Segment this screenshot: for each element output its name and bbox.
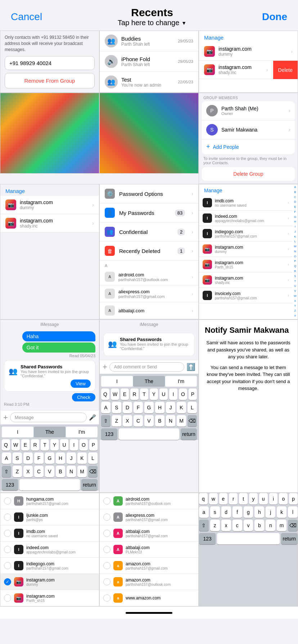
remove-from-group-button[interactable]: Remove From Group — [5, 73, 95, 88]
pw-checkbox[interactable] — [4, 530, 11, 537]
kb-key[interactable]: ⇧ — [101, 415, 110, 427]
credential-item-2[interactable]: 📷 instagram.com shady.inc › — [199, 61, 273, 79]
pw-list-item-mid[interactable]: A altbalaji.com PLMekn1f — [100, 542, 198, 558]
pw-site-item[interactable]: A airdroid.com parthshah157@outlook.com … — [100, 268, 198, 285]
pw-checkbox-mid[interactable] — [103, 578, 110, 585]
kb-key[interactable]: T — [41, 439, 49, 451]
kb-key[interactable]: F — [34, 452, 44, 464]
kb-key[interactable]: a — [199, 506, 209, 518]
alpha-char[interactable]: # — [294, 314, 296, 318]
kb-key[interactable]: o — [279, 493, 288, 505]
alpha-char[interactable]: C — [294, 196, 296, 199]
header-subtitle[interactable]: Tap here to change ▼ — [118, 19, 186, 27]
kb-key[interactable]: c — [232, 520, 242, 531]
alpha-char[interactable]: O — [294, 255, 296, 258]
kb-key[interactable]: b — [254, 520, 264, 531]
alpha-char[interactable]: X — [294, 300, 296, 303]
kb-key[interactable]: return — [181, 428, 197, 440]
kb-key[interactable]: J — [67, 452, 76, 464]
plus-icon-imsg-2[interactable]: + — [103, 362, 107, 372]
kb-key[interactable]: R — [130, 388, 139, 400]
kb-key[interactable]: X — [23, 466, 33, 477]
kb-key[interactable]: p — [289, 493, 298, 505]
kb-key[interactable]: C — [34, 466, 44, 477]
kb-key[interactable]: Q — [2, 439, 10, 451]
pw-checkbox[interactable] — [4, 594, 11, 602]
pw-list-item[interactable]: I indiegogo.com parthshah157@gmail.com — [0, 558, 99, 574]
imsg-send-input[interactable]: Add comment or Send — [109, 362, 184, 372]
kb-key[interactable]: O — [179, 388, 187, 400]
pw-right-site-item[interactable]: 📷 instagram.com dummy › — [199, 242, 293, 257]
kb-key[interactable]: B — [56, 466, 65, 477]
kb-key[interactable]: R — [31, 439, 39, 451]
kb-key[interactable]: S — [13, 452, 22, 464]
kb-key[interactable] — [119, 428, 179, 440]
kb-key[interactable]: E — [21, 439, 30, 451]
kb-key[interactable]: Y — [50, 439, 59, 451]
alpha-char[interactable]: Z — [294, 309, 296, 313]
alpha-char[interactable]: V — [294, 290, 296, 293]
pw-list-item-mid[interactable]: a amazon.com parthshah157@gmail.com — [100, 558, 198, 574]
kb-key[interactable]: d — [221, 506, 231, 518]
kb-key[interactable]: return — [81, 479, 98, 491]
cancel-button[interactable]: Cancel — [11, 11, 42, 23]
kb-key[interactable]: E — [121, 388, 129, 400]
kb-key[interactable]: B — [155, 415, 164, 427]
delete-button[interactable]: Delete — [273, 61, 298, 79]
kb-key[interactable] — [217, 533, 279, 544]
alpha-char[interactable]: K — [294, 235, 296, 239]
alpha-char[interactable]: R — [294, 270, 296, 273]
pw-list-item-mid[interactable]: A altbalaji.com parthshah157@gmail.com — [100, 525, 198, 542]
pw-checkbox[interactable] — [4, 546, 11, 553]
kb-key[interactable]: 123 — [101, 428, 117, 440]
kb-key[interactable]: A — [101, 402, 110, 413]
kb-key[interactable]: u — [259, 493, 268, 505]
plus-icon-imsg[interactable]: + — [3, 413, 8, 422]
kb-key[interactable]: f — [232, 506, 242, 518]
kb-key[interactable]: Y — [150, 388, 158, 400]
kb-key[interactable]: N — [67, 466, 76, 477]
kb-key[interactable]: S — [112, 402, 121, 413]
kb-key[interactable]: W — [12, 439, 20, 451]
kb-key[interactable]: ⇧ — [199, 520, 209, 531]
pw-checkbox-mid[interactable] — [103, 562, 110, 569]
kb-key[interactable]: m — [277, 520, 286, 531]
kb-key[interactable]: U — [159, 388, 168, 400]
kb-key[interactable] — [19, 479, 80, 491]
kb-key[interactable]: O — [80, 439, 88, 451]
alpha-char[interactable]: L — [294, 240, 296, 243]
kb-key[interactable]: y — [249, 493, 258, 505]
kb-key[interactable]: ⌫ — [188, 415, 197, 427]
alpha-char[interactable]: A — [294, 186, 296, 189]
kb-key[interactable]: P — [89, 439, 98, 451]
kb-key[interactable]: C — [134, 415, 143, 427]
kb-key[interactable]: 123 — [2, 479, 18, 491]
kb-key[interactable]: Q — [101, 388, 109, 400]
kb-key[interactable]: I — [70, 439, 78, 451]
pw-list-item[interactable]: I ijunkie.com parthi@ps — [0, 509, 99, 525]
kb-key[interactable]: j — [266, 506, 275, 518]
pw-right-site-item[interactable]: I indeed.com appagytechnolabs@gmail.com … — [199, 211, 293, 226]
kb-key[interactable]: H — [155, 402, 164, 413]
kb-key[interactable]: F — [134, 402, 143, 413]
pw-list-item[interactable]: ✓ 📷 instagram.com dummy — [0, 574, 99, 590]
pw-right-site-item[interactable]: 📷 instagram.com shady.inc › — [199, 272, 293, 288]
alpha-char[interactable]: D — [294, 201, 296, 204]
kb-key[interactable]: A — [2, 452, 11, 464]
pw-right-site-item[interactable]: 📷 instagram.com Parth_sh15 › — [199, 257, 293, 272]
kb-key[interactable]: w — [209, 493, 218, 505]
kb-key[interactable]: N — [166, 415, 175, 427]
kb-key[interactable]: n — [266, 520, 275, 531]
pw-list-item[interactable]: I indeed.com appagytechnolabs@gmail.com — [0, 542, 99, 558]
pw-checkbox[interactable] — [4, 514, 11, 521]
imsg-message-input[interactable]: Message — [10, 413, 87, 422]
kb-key[interactable]: I — [169, 388, 177, 400]
alpha-char[interactable]: I — [295, 225, 295, 229]
alpha-char[interactable]: P — [294, 260, 296, 263]
pw-checkbox-mid[interactable] — [103, 546, 110, 553]
send-icon[interactable]: ⬆️ — [186, 363, 195, 371]
alpha-char[interactable]: S — [294, 275, 296, 278]
alpha-char[interactable]: U — [294, 285, 296, 288]
pw-list-item-mid[interactable]: a amazon.com parthshah157@outlook.com — [100, 574, 198, 590]
suggest-im-2[interactable]: I'm — [165, 376, 197, 387]
